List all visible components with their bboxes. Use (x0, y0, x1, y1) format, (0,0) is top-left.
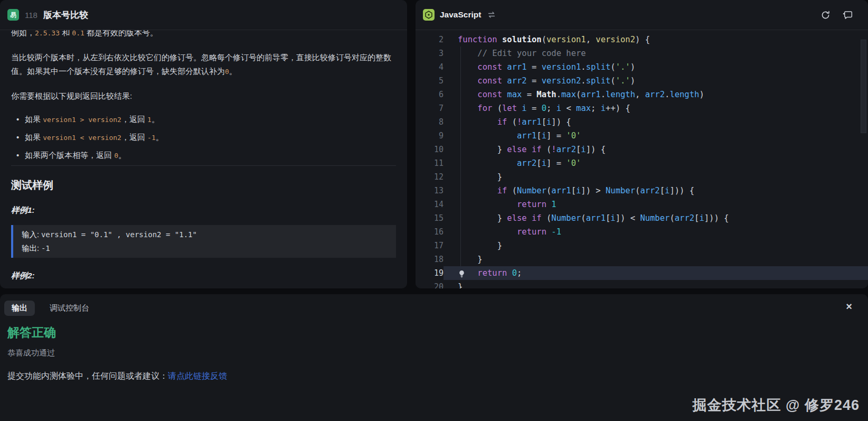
inline-code: version1 > version2 (43, 116, 121, 124)
code-line[interactable]: 2function solution(version1, version2) { (416, 33, 868, 46)
sample-input-line: 输入: version1 = "0.1" , version2 = "1.1" (22, 228, 388, 241)
rule-item: 如果 version1 > version2，返回 1。 (25, 110, 396, 128)
input-code: version1 = "0.1" , version2 = "1.1" (41, 230, 197, 239)
watermark: 掘金技术社区 @ 修罗246 (693, 396, 860, 415)
line-number: 16 (416, 225, 444, 239)
line-number: 15 (416, 211, 444, 225)
problem-description: 例如，2.5.33 和 0.1 都是有效的版本号。 当比较两个版本时，从左到右依… (0, 30, 407, 288)
problem-header: 易 118 版本号比较 (0, 0, 407, 30)
output-code: -1 (41, 244, 50, 252)
code-line[interactable]: 11 arr2[i] = '0' (416, 156, 868, 170)
doc-paragraph: 例如，2.5.33 和 0.1 都是有效的版本号。 (11, 30, 396, 40)
sample1-label: 样例1: (11, 204, 396, 217)
language-label: JavaScript (440, 10, 481, 20)
line-number: 19 (416, 266, 444, 280)
line-number: 9 (416, 129, 444, 143)
code-line[interactable]: 6 const max = Math.max(arr1.length, arr2… (416, 88, 868, 101)
inline-code: 0 (114, 152, 118, 160)
tab-debug-console[interactable]: 调试控制台 (50, 303, 89, 313)
output-label: 输出: (22, 244, 39, 252)
samples-heading: 测试样例 (11, 177, 396, 192)
code-line[interactable]: 17 } (416, 239, 868, 252)
line-number: 14 (416, 198, 444, 211)
console-tabs: 输出 调试控制台 × (0, 294, 868, 316)
code-line[interactable]: 8 if (!arr1[i]) { (416, 115, 868, 129)
feedback-text: 提交功能内测体验中，任何问题或者建议： (7, 371, 168, 380)
code-line[interactable]: 10 } else if (!arr2[i]) { (416, 143, 868, 156)
problem-panel: 易 118 版本号比较 例如，2.5.33 和 0.1 都是有效的版本号。 当比… (0, 0, 407, 288)
tab-output[interactable]: 输出 (4, 301, 35, 316)
line-number: 8 (416, 115, 444, 129)
code-editor[interactable]: 2function solution(version1, version2) {… (416, 30, 868, 288)
divider (11, 165, 396, 166)
line-number: 2 (416, 33, 444, 46)
doc-paragraph: 当比较两个版本时，从左到右依次比较它们的修订号。忽略每个修订号的前导零，直接比较… (11, 51, 396, 79)
code-line[interactable]: 16 return -1 (416, 225, 868, 239)
app-root: 易 118 版本号比较 例如，2.5.33 和 0.1 都是有效的版本号。 当比… (0, 0, 868, 421)
reset-code-icon[interactable] (820, 10, 831, 20)
line-number: 7 (416, 101, 444, 115)
close-icon[interactable]: × (846, 301, 852, 312)
editor-header: JavaScript (416, 0, 868, 30)
line-number: 4 (416, 60, 444, 74)
code-line[interactable]: 12 } (416, 170, 868, 184)
code-line[interactable]: 4 const arr1 = version1.split('.') (416, 60, 868, 74)
inline-code: 0 (225, 68, 229, 76)
line-number: 6 (416, 88, 444, 101)
difficulty-badge: 易 (7, 9, 19, 21)
code-line[interactable]: 15 } else if (Number(arr1[i]) < Number(a… (416, 211, 868, 225)
code-line[interactable]: 18 } (416, 252, 868, 266)
editor-panel: JavaScript 2function solution(version1, … (416, 0, 868, 288)
editor-header-actions (820, 10, 853, 20)
code-line[interactable]: 13 if (Number(arr1[i]) > Number(arr2[i])… (416, 184, 868, 198)
code-line[interactable]: 14 return 1 (416, 198, 868, 211)
feedback-line: 提交功能内测体验中，任何问题或者建议：请点此链接反馈 (7, 371, 861, 382)
inline-code: 1 (147, 116, 152, 124)
rule-item: 如果 version1 < version2，返回 -1。 (25, 128, 396, 146)
problem-title: 版本号比较 (43, 9, 88, 21)
line-number: 20 (416, 280, 444, 288)
line-number: 10 (416, 143, 444, 156)
javascript-icon (423, 9, 435, 21)
code-line[interactable]: 3 // Edit your code here (416, 46, 868, 60)
line-number: 11 (416, 156, 444, 170)
sample2-label: 样例2: (11, 269, 396, 282)
sample-output-line: 输出: -1 (22, 241, 388, 255)
inline-code: 2.5.33 (35, 30, 60, 37)
code-line[interactable]: 5 const arr2 = version2.split('.') (416, 74, 868, 88)
inline-code: -1 (147, 134, 156, 142)
language-switch-icon[interactable] (487, 11, 496, 18)
rule-item: 如果两个版本相等，返回 0。 (25, 146, 396, 164)
editor-scrollbar[interactable] (861, 40, 866, 133)
result-title: 解答正确 (7, 324, 861, 341)
rules-list: 如果 version1 > version2，返回 1。 如果 version1… (11, 110, 396, 164)
input-label: 输入: (22, 230, 39, 239)
code-line[interactable]: 9 arr1[i] = '0' (416, 129, 868, 143)
code-line[interactable]: 19 return 0; (416, 266, 868, 280)
result-area: 解答正确 恭喜成功通过 提交功能内测体验中，任何问题或者建议：请点此链接反馈 (0, 324, 868, 382)
sample1-block: 输入: version1 = "0.1" , version2 = "1.1" … (11, 225, 396, 258)
problem-id: 118 (25, 11, 37, 20)
code-line[interactable]: 7 for (let i = 0; i < max; i++) { (416, 101, 868, 115)
top-panels: 易 118 版本号比较 例如，2.5.33 和 0.1 都是有效的版本号。 当比… (0, 0, 868, 288)
code-line[interactable]: 20} (416, 280, 868, 288)
code-lines: 2function solution(version1, version2) {… (416, 30, 868, 288)
line-number: 3 (416, 46, 444, 60)
line-number: 13 (416, 184, 444, 198)
line-number: 12 (416, 170, 444, 184)
doc-paragraph: 你需要根据以下规则返回比较结果: (11, 89, 396, 103)
result-subtitle: 恭喜成功通过 (7, 348, 861, 358)
inline-code: version1 < version2 (43, 134, 121, 142)
line-number: 18 (416, 252, 444, 266)
feedback-icon[interactable] (842, 10, 853, 20)
inline-code: 0.1 (72, 30, 84, 37)
feedback-link[interactable]: 请点此链接反馈 (168, 371, 227, 380)
line-number: 17 (416, 239, 444, 252)
line-number: 5 (416, 74, 444, 88)
